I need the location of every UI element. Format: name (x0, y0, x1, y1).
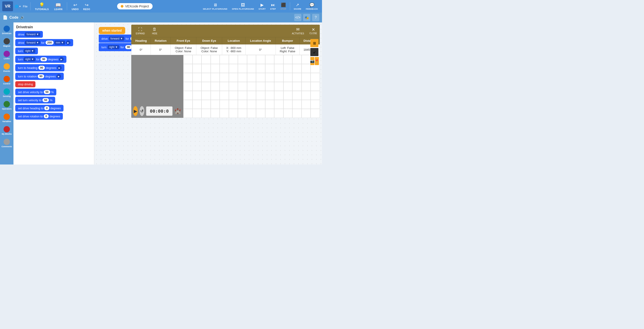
drive-rotation-value[interactable]: 0 (44, 114, 49, 118)
vr-logo-text: VR (5, 4, 10, 9)
grid-cell (256, 109, 265, 118)
row-bumper: Left: False Right: False (276, 44, 300, 55)
monitor-robot-btn[interactable]: ↙ (310, 48, 318, 56)
expand-button[interactable]: ⛶ EXPAND (134, 26, 146, 36)
sidebar-item-sensing[interactable]: Sensing (0, 87, 13, 99)
grid-cell (183, 55, 192, 64)
sidebar-item-events[interactable]: Events (0, 62, 13, 74)
step-button[interactable]: ⏭ STEP (268, 2, 278, 11)
grid-cell (229, 73, 238, 82)
monitor-reset-button[interactable]: ↺ (140, 106, 144, 116)
grid-cell (202, 55, 211, 64)
drive-play-btn[interactable]: ▶ (66, 40, 70, 45)
block-set-drive-rotation[interactable]: set drive rotation to 0 degrees (15, 113, 63, 120)
block-set-drive-velocity[interactable]: set drive velocity to 50 % (15, 89, 56, 96)
drive-distance-value[interactable]: 200 (46, 40, 54, 45)
block-row-turn-to-heading: turn to heading 90 degrees ▶ (15, 64, 92, 71)
grid-cell (310, 73, 320, 82)
heading-arrow-btn[interactable]: ▶ (57, 66, 62, 70)
sidebar-item-comments[interactable]: Comments (0, 137, 13, 149)
monitor-grid-btn[interactable]: ⊞ (310, 39, 318, 47)
activities-button[interactable]: ✉ ACTIVITIES (290, 26, 306, 36)
block-turn-right-90[interactable]: turn right ▼ for 90 degrees ▶ (15, 56, 66, 63)
vr-logo[interactable]: VR (2, 1, 13, 11)
heading-value[interactable]: 90 (38, 66, 45, 70)
monitor-play-button[interactable]: ▶ (133, 106, 138, 116)
when-started-block[interactable]: when started (99, 27, 125, 34)
turn-velocity-value[interactable]: 50 (42, 98, 49, 102)
tutorials-button[interactable]: 💡 TUTORIALS (33, 1, 51, 12)
undo-button[interactable]: ↩ UNDO (70, 1, 80, 12)
learn-button[interactable]: 📖 LEARN (52, 1, 64, 12)
code-canvas[interactable]: when started drive forward ▼ for 200 mm … (94, 22, 322, 164)
sidebar-item-variables[interactable]: Variables (0, 112, 13, 124)
col-heading: Heading (132, 37, 151, 44)
learn-icon: 📖 (56, 2, 61, 8)
block-stop-driving[interactable]: stop driving (15, 81, 36, 87)
monitor-close-button[interactable]: ✕ CLOSE (310, 27, 317, 34)
turn-direction-dropdown2[interactable]: right ▼ (24, 57, 35, 61)
grid-cell (211, 91, 220, 100)
drive-direction-dropdown[interactable]: forward ▼ (25, 32, 40, 36)
drive-unit-dropdown[interactable]: mm ▼ (54, 40, 65, 45)
monitor-camera-btn[interactable]: 📷 (310, 57, 314, 65)
sidebar-item-myblocks[interactable]: My Blocks (0, 125, 13, 136)
sidebar-item-operators[interactable]: Operators (0, 100, 13, 111)
select-playground-icon: 🖥 (213, 3, 217, 8)
drive-heading-value[interactable]: 0 (44, 106, 49, 110)
sidebar-item-looks[interactable]: Looks (0, 49, 13, 61)
sidebar-item-magnet[interactable]: Magnet (0, 37, 13, 48)
sprite-button[interactable]: 🎭 (303, 14, 310, 21)
block-text: turn (18, 49, 23, 53)
hide-button[interactable]: 🗓 HIDE (150, 26, 159, 36)
turn-arrow-btn[interactable]: ▶ (59, 57, 64, 62)
redo-button[interactable]: ↪ REDO (82, 1, 92, 12)
start-icon: ▶ (260, 2, 264, 8)
sidebar-item-control[interactable]: Control (0, 74, 13, 86)
front-eye-line2: Color: None (173, 50, 194, 53)
share-button[interactable]: ↗ SHARE (292, 2, 303, 11)
feedback-button[interactable]: 💬 FEEDBACK (304, 2, 320, 11)
grid-cell (238, 100, 247, 109)
select-playground-button[interactable]: 🖥 SELECT PLAYGROUND (201, 2, 229, 11)
grid-cell (292, 82, 302, 91)
grid-cell (202, 91, 211, 100)
canvas-turn-dropdown[interactable]: right ▼ (108, 45, 119, 49)
turn-degrees-value[interactable]: 90 (40, 57, 47, 61)
block-turn-to-heading[interactable]: turn to heading 90 degrees ▶ (15, 64, 64, 71)
col-bumper: Bumper (276, 37, 300, 44)
map-icon[interactable]: 🏰 (174, 108, 181, 114)
block-drive-forward-200[interactable]: drive forward ▼ for 200 mm ▼ ▶ (15, 39, 73, 46)
file-button[interactable]: File (23, 5, 28, 8)
sound-icon[interactable]: 🔊 (20, 16, 24, 19)
grid-cell (284, 55, 292, 64)
drive-direction-dropdown2[interactable]: forward ▼ (25, 40, 40, 45)
monitor-location-btn[interactable]: 📍 (315, 57, 319, 65)
stop-button[interactable]: ⬛ STOP (279, 2, 288, 11)
looks-dot (4, 51, 10, 57)
project-dot (121, 5, 124, 8)
expand-label: EXPAND (136, 32, 145, 35)
grid-cell (183, 64, 192, 73)
block-set-drive-heading[interactable]: set drive heading to 0 degrees (15, 105, 64, 112)
canvas-drive-dropdown[interactable]: forward ▼ (109, 36, 124, 40)
bumper-right: Right: False (278, 50, 297, 53)
help-button[interactable]: ? (312, 14, 319, 21)
rotation-value[interactable]: 90 (38, 74, 44, 78)
block-drive-forward[interactable]: drive forward ▼ (15, 31, 43, 38)
globe-button[interactable]: 🌐 ▼ (15, 5, 21, 8)
rotation-arrow-btn[interactable]: ▶ (56, 74, 61, 78)
block-turn-to-rotation[interactable]: turn to rotation 90 degrees ▶ (15, 73, 64, 80)
drive-velocity-value[interactable]: 50 (44, 90, 50, 94)
turn-direction-dropdown[interactable]: right ▼ (24, 49, 35, 53)
start-button[interactable]: ▶ START (257, 2, 268, 11)
canvas-turn-value[interactable]: 90 (125, 45, 132, 49)
open-playground-button[interactable]: 🖼 OPEN PLAYGROUND (230, 2, 256, 11)
separator-2 (67, 2, 67, 10)
block-text: turn to rotation (18, 75, 37, 78)
block-set-turn-velocity[interactable]: set turn velocity to 50 % (15, 97, 55, 104)
sidebar-item-drivetrain[interactable]: Drivetrain (0, 24, 13, 36)
code-view-button[interactable]: </> (294, 14, 301, 21)
grid-cell (238, 82, 247, 91)
block-turn-right[interactable]: turn right ▼ (15, 48, 38, 54)
